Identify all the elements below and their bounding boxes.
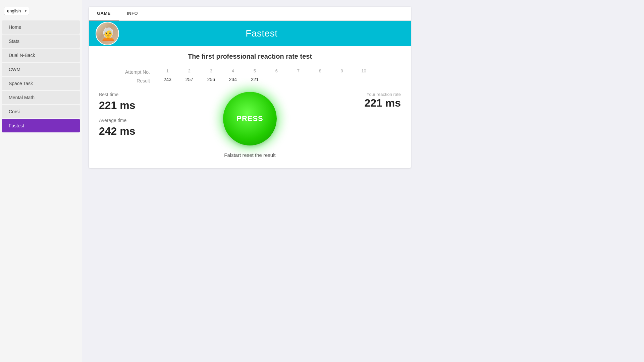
attempts-labels: Attempt No. Result xyxy=(125,66,150,85)
tab-game[interactable]: GAME xyxy=(89,7,119,20)
attempt-result-7 xyxy=(287,75,309,84)
average-time-label: Average time xyxy=(99,118,186,123)
avatar-image: 🧑‍🦳 xyxy=(96,22,119,45)
attempt-col-4: 4 234 xyxy=(222,66,244,84)
attempt-col-9: 9 xyxy=(331,66,353,84)
attempt-col-5: 5 221 xyxy=(244,66,266,84)
attempt-col-2: 2 257 xyxy=(178,66,200,84)
stat-left: Best time 221 ms Average time 242 ms xyxy=(99,92,186,137)
avatar: 🧑‍🦳 xyxy=(96,22,119,45)
attempt-result-3: 256 xyxy=(200,75,222,84)
main-panel: GAME INFO 🧑‍🦳 Fastest The first professi… xyxy=(89,7,411,168)
attempt-result-5: 221 xyxy=(244,75,266,84)
sidebar-item-cwm[interactable]: CWM xyxy=(2,63,80,76)
language-select[interactable]: english russian german french spanish xyxy=(4,7,29,15)
attempt-col-3: 3 256 xyxy=(200,66,222,84)
attempt-num-2: 2 xyxy=(178,66,200,75)
reaction-rate-label: Your reaction rate xyxy=(314,92,401,97)
result-label: Result xyxy=(137,76,150,85)
attempt-col-7: 7 xyxy=(287,66,309,84)
attempt-num-3: 3 xyxy=(200,66,222,75)
game-title: Fastest xyxy=(119,28,404,39)
reaction-rate-value: 221 ms xyxy=(314,97,401,109)
attempt-num-8: 8 xyxy=(309,66,331,75)
game-header: 🧑‍🦳 Fastest xyxy=(89,21,411,46)
sidebar-item-mental-math[interactable]: Mental Math xyxy=(2,91,80,104)
attempt-num-5: 5 xyxy=(244,66,266,75)
language-dropdown[interactable]: english russian german french spanish xyxy=(4,7,78,15)
attempt-result-10 xyxy=(353,75,375,84)
sidebar-item-dual-n-back[interactable]: Dual N-Back xyxy=(2,49,80,62)
attempt-result-4: 234 xyxy=(222,75,244,84)
press-button[interactable]: PRESS xyxy=(223,92,277,145)
attempt-num-4: 4 xyxy=(222,66,244,75)
best-time-value: 221 ms xyxy=(99,99,186,112)
attempt-num-1: 1 xyxy=(157,66,178,75)
sidebar-item-home[interactable]: Home xyxy=(2,20,80,34)
stat-right: Your reaction rate 221 ms xyxy=(314,92,401,109)
attempt-numbers-row: 1 243 2 257 3 256 4 234 xyxy=(157,66,375,84)
tab-info[interactable]: INFO xyxy=(119,7,146,20)
attempt-col-1: 1 243 xyxy=(157,66,178,84)
game-body: The first professional reaction rate tes… xyxy=(89,46,411,168)
press-label: PRESS xyxy=(236,114,263,123)
attempt-result-8 xyxy=(309,75,331,84)
stats-section: Best time 221 ms Average time 242 ms PRE… xyxy=(99,92,401,145)
attempt-col-10: 10 xyxy=(353,66,375,84)
sidebar: english russian german french spanish Ho… xyxy=(0,0,82,362)
tab-bar: GAME INFO xyxy=(89,7,411,21)
sidebar-item-corsi[interactable]: Corsi xyxy=(2,105,80,118)
sidebar-item-fastest[interactable]: Fastest xyxy=(2,119,80,132)
best-time-label: Best time xyxy=(99,92,186,97)
attempt-result-6 xyxy=(266,75,287,84)
press-button-container: PRESS xyxy=(223,92,277,145)
average-time-value: 242 ms xyxy=(99,125,186,137)
attempt-col-6: 6 xyxy=(266,66,287,84)
sidebar-item-stats[interactable]: Stats xyxy=(2,35,80,48)
sidebar-item-space-task[interactable]: Space Task xyxy=(2,77,80,90)
attempt-num-9: 9 xyxy=(331,66,353,75)
falstart-notice: Falstart reset the result xyxy=(99,152,401,158)
attempt-result-1: 243 xyxy=(157,75,178,84)
attempts-data: 1 243 2 257 3 256 4 234 xyxy=(157,66,375,84)
attempt-col-8: 8 xyxy=(309,66,331,84)
attempt-num-10: 10 xyxy=(353,66,375,75)
attempt-result-9 xyxy=(331,75,353,84)
attempt-num-7: 7 xyxy=(287,66,309,75)
attempt-num-6: 6 xyxy=(266,66,287,75)
attempts-section: Attempt No. Result 1 243 2 257 3 256 xyxy=(99,66,401,85)
attempt-no-label: Attempt No. xyxy=(125,68,150,76)
attempt-result-2: 257 xyxy=(178,75,200,84)
game-subtitle: The first professional reaction rate tes… xyxy=(99,53,401,60)
